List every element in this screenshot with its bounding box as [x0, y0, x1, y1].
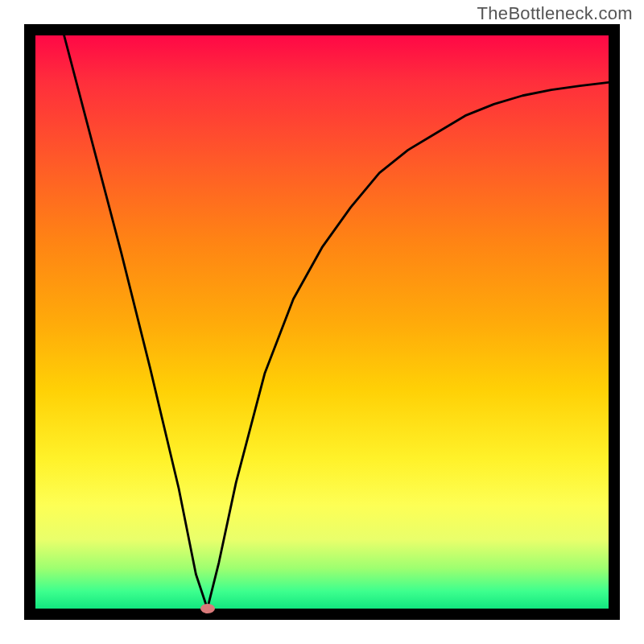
watermark-label: TheBottleneck.com — [477, 3, 633, 24]
plot-frame — [24, 24, 620, 620]
plot-area — [35, 35, 609, 609]
chart-root: TheBottleneck.com — [0, 0, 644, 644]
bottleneck-curve — [35, 35, 609, 609]
optimal-point-marker — [200, 604, 215, 613]
